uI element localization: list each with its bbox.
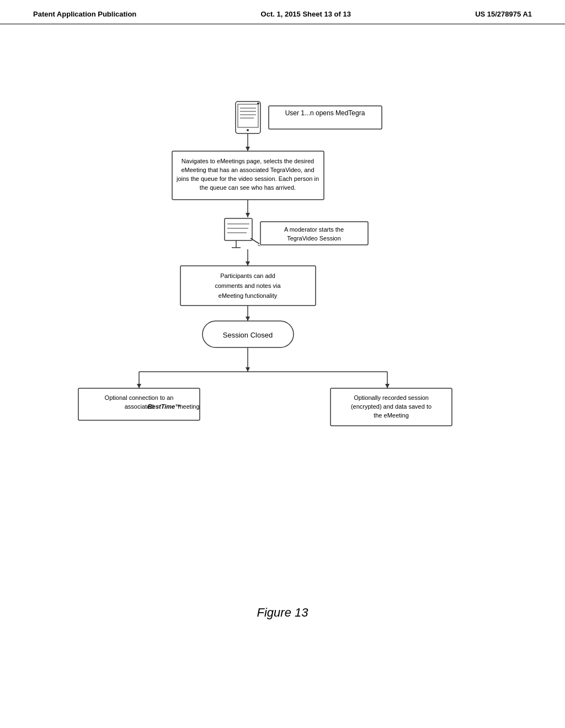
svg-point-6 xyxy=(247,129,249,131)
svg-line-25 xyxy=(250,238,259,244)
header-right: US 15/278975 A1 xyxy=(475,10,532,18)
svg-text:Participants can add: Participants can add xyxy=(220,272,275,279)
svg-line-26 xyxy=(258,245,260,246)
svg-text:BestTime™: BestTime™ xyxy=(148,403,181,410)
svg-marker-31 xyxy=(246,261,250,266)
svg-marker-41 xyxy=(246,367,250,372)
svg-rect-1 xyxy=(238,104,258,127)
svg-rect-19 xyxy=(225,218,252,240)
svg-marker-37 xyxy=(246,317,250,321)
svg-text:Navigates to eMeetings page, s: Navigates to eMeetings page, selects the… xyxy=(182,158,314,164)
page-header: Patent Application Publication Oct. 1, 2… xyxy=(0,0,565,24)
flowchart-diagram: User 1...n opens MedTegra Navigates to e… xyxy=(62,96,503,592)
svg-marker-52 xyxy=(385,384,390,388)
svg-text:comments and notes via: comments and notes via xyxy=(215,282,281,289)
svg-text:eMeeting functionality: eMeeting functionality xyxy=(218,292,278,299)
svg-text:Session Closed: Session Closed xyxy=(223,331,273,339)
svg-text:the eMeeting: the eMeeting xyxy=(374,412,409,419)
svg-text:the queue can see who has arri: the queue can see who has arrived. xyxy=(200,184,296,191)
svg-text:joins the queue for the video : joins the queue for the video session. E… xyxy=(176,175,319,182)
svg-text:(encrypted) and data saved to: (encrypted) and data saved to xyxy=(351,403,431,410)
figure-caption: Figure 13 xyxy=(0,606,565,620)
header-left: Patent Application Publication xyxy=(33,10,136,18)
svg-text:User 1...n opens MedTegra: User 1...n opens MedTegra xyxy=(285,109,365,117)
svg-text:A moderator starts the: A moderator starts the xyxy=(284,226,344,233)
svg-marker-18 xyxy=(246,213,250,217)
header-center: Oct. 1, 2015 Sheet 13 of 13 xyxy=(261,10,351,18)
svg-rect-7 xyxy=(257,103,259,104)
svg-text:TegraVideo Session: TegraVideo Session xyxy=(287,235,341,242)
svg-text:Optionally recorded session: Optionally recorded session xyxy=(354,394,429,401)
svg-text:eMeeting that has an associate: eMeeting that has an associated TegraVid… xyxy=(181,167,314,173)
svg-text:meeting: meeting xyxy=(178,403,199,410)
main-content: User 1...n opens MedTegra Navigates to e… xyxy=(0,24,565,697)
svg-text:Optional connection to an: Optional connection to an xyxy=(105,394,174,401)
svg-marker-45 xyxy=(137,384,141,388)
svg-marker-11 xyxy=(246,147,250,151)
